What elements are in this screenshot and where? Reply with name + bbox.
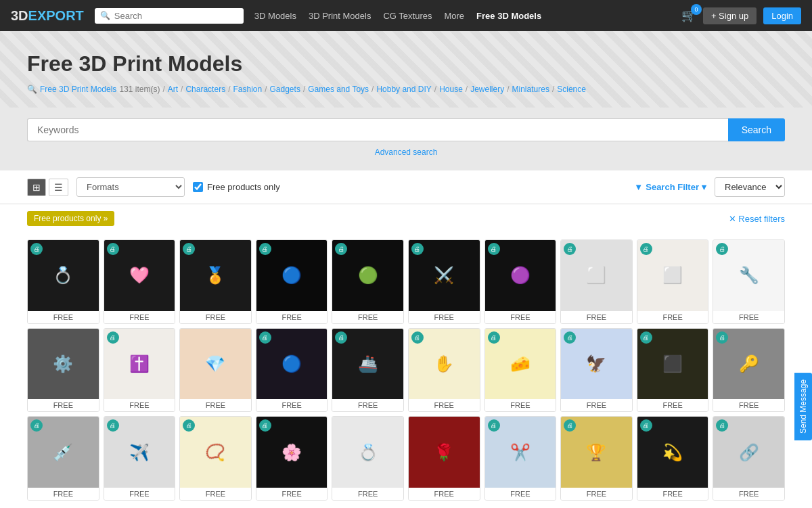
cat-miniatures[interactable]: Miniatures [512, 85, 549, 94]
reset-filters-link[interactable]: ✕ Reset filters [729, 214, 785, 224]
product-label: FREE [409, 311, 480, 323]
breadcrumb-link[interactable]: Free 3D Print Models [40, 85, 116, 94]
product-card[interactable]: 🖨💍FREE [27, 239, 99, 324]
product-card[interactable]: 🌹FREE [408, 416, 480, 501]
format-select[interactable]: Formats [76, 177, 185, 197]
nav-3d-print-models[interactable]: 3D Print Models [309, 11, 371, 21]
product-card[interactable]: 💍FREE [332, 416, 404, 501]
search-filter-button[interactable]: ▼ Search Filter ▾ [634, 182, 706, 192]
product-card[interactable]: 🖨✈️FREE [104, 416, 176, 501]
grid-view-button[interactable]: ⊞ [27, 179, 46, 196]
active-filter-tag[interactable]: Free products only » [27, 211, 114, 226]
product-card[interactable]: 🖨🟢FREE [332, 239, 404, 324]
product-label: FREE [256, 488, 328, 500]
search-icon-small: 🔍 [100, 11, 110, 20]
product-label: FREE [485, 311, 556, 323]
product-card[interactable]: 🖨🔧FREE [713, 239, 785, 324]
product-card[interactable]: 🖨🩷FREE [104, 239, 176, 324]
sort-select[interactable]: Relevance [715, 177, 785, 197]
product-label: FREE [713, 399, 784, 411]
cat-gadgets[interactable]: Gadgets [270, 85, 300, 94]
filters-bar: ⊞ ☰ Formats Free products only ▼ Search … [0, 170, 812, 204]
product-card[interactable]: 🖨🏆FREE [560, 416, 633, 501]
nav-cg-textures[interactable]: CG Textures [383, 11, 432, 21]
product-card[interactable]: 🖨🦅FREE [560, 328, 633, 413]
product-card[interactable]: 🖨🔵FREE [256, 239, 328, 324]
product-card[interactable]: 🖨🌸FREE [256, 416, 328, 501]
cat-characters[interactable]: Characters [185, 85, 225, 94]
print-badge: 🖨 [335, 331, 347, 344]
header-search-bar: 🔍 [95, 8, 244, 24]
product-label: FREE [409, 399, 480, 411]
header-search-input[interactable] [114, 11, 238, 21]
print-badge: 🖨 [259, 331, 271, 344]
product-label: FREE [485, 399, 556, 411]
cat-hobby-and-diy[interactable]: Hobby and DIY [376, 85, 431, 94]
free-only-checkbox[interactable] [193, 182, 203, 192]
free-only-filter: Free products only [193, 182, 280, 192]
product-card[interactable]: 🖨⬜FREE [560, 239, 633, 324]
page-title: Free 3D Print Models [27, 51, 785, 76]
product-card[interactable]: 🖨⬛FREE [637, 328, 709, 413]
product-label: FREE [561, 399, 632, 411]
product-image: 🌹 [409, 417, 480, 488]
product-label: FREE [180, 311, 251, 323]
product-label: FREE [28, 399, 99, 411]
product-label: FREE [104, 399, 175, 411]
send-message-button[interactable]: Send Message [794, 373, 812, 440]
product-label: FREE [561, 488, 632, 500]
product-card[interactable]: 🖨🔑FREE [713, 328, 785, 413]
product-card[interactable]: 💎FREE [179, 328, 252, 413]
print-badge: 🖨 [259, 243, 271, 255]
logo[interactable]: 3DEXPORT [11, 8, 84, 24]
cat-jewellery[interactable]: Jewellery [470, 85, 504, 94]
product-card[interactable]: 🖨💫FREE [637, 416, 709, 501]
product-card[interactable]: 🖨🔵FREE [256, 328, 328, 413]
cat-science[interactable]: Science [557, 85, 586, 94]
product-label: FREE [713, 488, 784, 500]
cat-games-and-toys[interactable]: Games and Toys [308, 85, 369, 94]
print-badge: 🖨 [640, 243, 652, 255]
login-button[interactable]: Login [763, 7, 801, 24]
free-only-label: Free products only [207, 182, 280, 192]
product-card[interactable]: 🖨⬜FREE [637, 239, 709, 324]
item-count: 131 item(s) [119, 85, 160, 94]
cat-fashion[interactable]: Fashion [233, 85, 262, 94]
product-image: 💎 [180, 329, 251, 400]
product-card[interactable]: 🖨🟣FREE [484, 239, 557, 324]
product-card[interactable]: 🖨🔗FREE [713, 416, 785, 501]
print-badge: 🖨 [488, 331, 500, 344]
list-view-button[interactable]: ☰ [49, 179, 68, 196]
product-card[interactable]: 🖨⚔️FREE [408, 239, 480, 324]
breadcrumb: 🔍 Free 3D Print Models 131 item(s) / Art… [27, 85, 785, 94]
cat-art[interactable]: Art [168, 85, 178, 94]
cart-icon[interactable]: 🛒 0 [681, 8, 696, 23]
cat-house[interactable]: House [439, 85, 463, 94]
product-card[interactable]: 🖨🚢FREE [332, 328, 404, 413]
search-button[interactable]: Search [728, 118, 785, 141]
print-badge: 🖨 [107, 331, 119, 344]
product-card[interactable]: 🖨🧀FREE [484, 328, 557, 413]
product-card[interactable]: 🖨✝️FREE [104, 328, 176, 413]
product-card[interactable]: 🖨✋FREE [408, 328, 480, 413]
print-badge: 🖨 [411, 243, 424, 255]
print-badge: 🖨 [411, 331, 424, 344]
nav-more[interactable]: More [444, 11, 464, 21]
nav-3d-models[interactable]: 3D Models [254, 11, 296, 21]
product-card[interactable]: 🖨✂️FREE [484, 416, 557, 501]
signup-button[interactable]: + Sign up [703, 7, 757, 24]
product-label: FREE [28, 488, 99, 500]
product-label: FREE [637, 311, 708, 323]
keywords-input[interactable] [27, 118, 728, 141]
print-badge: 🖨 [488, 243, 500, 255]
product-card[interactable]: ⚙️FREE [27, 328, 99, 413]
print-badge: 🖨 [640, 331, 652, 344]
product-card[interactable]: 🖨📿FREE [179, 416, 252, 501]
search-section: Search Advanced search [0, 108, 812, 170]
chevron-down-icon: ▾ [702, 182, 706, 192]
product-card[interactable]: 🖨🏅FREE [179, 239, 252, 324]
product-card[interactable]: 🖨💉FREE [27, 416, 99, 501]
nav-free-3d-models[interactable]: Free 3D Models [476, 11, 541, 21]
advanced-search-link[interactable]: Advanced search [375, 147, 438, 157]
filters-left: ⊞ ☰ Formats Free products only [27, 177, 280, 197]
